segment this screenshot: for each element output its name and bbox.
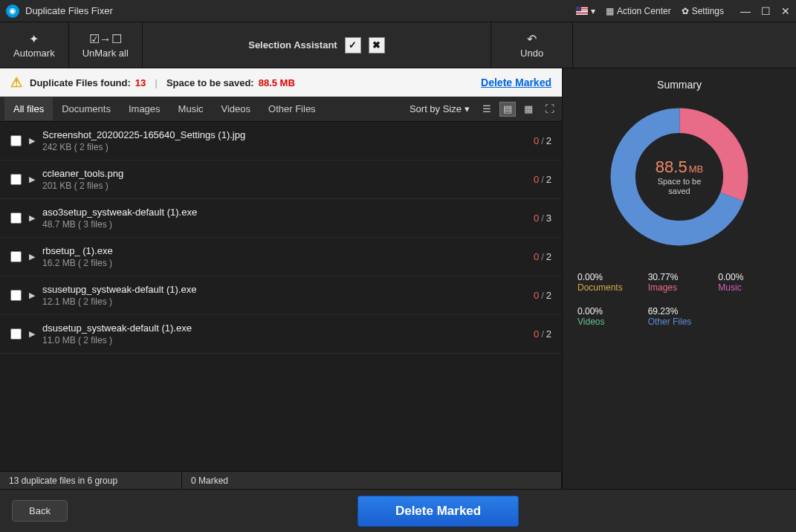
file-count: 0/2 (534, 174, 551, 185)
donut-value: 88.5MB (656, 158, 703, 177)
unmark-all-label: UnMark all (82, 48, 129, 59)
tab-all-files[interactable]: All files (4, 97, 53, 120)
file-info: ccleaner_tools.png201 KB ( 2 files ) (42, 168, 534, 191)
check-square-icon: ✓ (345, 37, 361, 53)
legend-cat: Other Files (648, 317, 711, 327)
sort-label: Sort by Size (410, 103, 462, 114)
tab-music[interactable]: Music (169, 97, 213, 120)
view-grid-icon[interactable]: ▦ (520, 102, 537, 117)
titlebar: ◉ Duplicate Files Fixer ▾ ▦Action Center… (0, 0, 796, 22)
action-center-button[interactable]: ▦Action Center (606, 6, 671, 16)
automark-label: Automark (13, 48, 55, 59)
automark-button[interactable]: ✦ Automark (0, 22, 69, 68)
file-info: aso3setup_systweak-default (1).exe48.7 M… (42, 207, 534, 230)
unmark-icon: ☑→☐ (89, 32, 122, 46)
expand-caret-icon[interactable]: ▶ (29, 136, 35, 146)
chevron-down-icon: ▾ (465, 103, 470, 114)
warning-icon: ⚠ (10, 74, 22, 91)
file-info: Screenshot_20200225-165640_Settings (1).… (42, 129, 534, 152)
maximize-button[interactable]: ☐ (761, 5, 771, 17)
bottom-bar: Back Delete Marked (0, 489, 796, 532)
expand-caret-icon[interactable]: ▶ (29, 213, 35, 223)
view-list-icon[interactable]: ☰ (479, 102, 495, 117)
file-row: ▶Screenshot_20200225-165640_Settings (1)… (0, 122, 562, 160)
sort-dropdown[interactable]: Sort by Size ▾ (410, 103, 470, 114)
expand-caret-icon[interactable]: ▶ (29, 175, 35, 184)
summary-donut-chart: 88.5MB Space to besaved (577, 103, 781, 251)
left-panel: ⚠ Duplicate Files found: 13 | Space to b… (0, 68, 563, 489)
selection-assistant-button[interactable]: Selection Assistant ✓ ✖ (143, 22, 491, 68)
app-icon: ◉ (6, 4, 19, 18)
file-name: dsusetup_systweak-default (1).exe (42, 322, 534, 334)
titlebar-right: ▾ ▦Action Center ✿Settings — ☐ ✕ (576, 5, 790, 17)
tools-square-icon: ✖ (369, 37, 385, 53)
expand-caret-icon[interactable]: ▶ (29, 329, 35, 339)
flag-us-icon (576, 7, 588, 15)
back-button[interactable]: Back (12, 500, 68, 522)
undo-button[interactable]: ↶ Undo (491, 22, 573, 68)
status-groups: 13 duplicate files in 6 group (0, 472, 182, 489)
legend-item: 0.00%Videos (577, 306, 641, 327)
space-saved-value: 88.5 MB (259, 77, 295, 88)
tab-documents[interactable]: Documents (53, 97, 120, 120)
status-marked: 0 Marked (182, 472, 562, 489)
delete-marked-link[interactable]: Delete Marked (481, 77, 551, 88)
legend-pct: 0.00% (577, 306, 641, 317)
settings-button[interactable]: ✿Settings (682, 6, 724, 16)
file-row: ▶rbsetup_ (1).exe16.2 MB ( 2 files )0/2 (0, 238, 562, 276)
file-checkbox[interactable] (10, 174, 22, 185)
grid-icon: ▦ (606, 6, 614, 16)
file-meta: 242 KB ( 2 files ) (42, 142, 534, 152)
undo-icon: ↶ (527, 32, 537, 46)
tab-images[interactable]: Images (120, 97, 169, 120)
file-checkbox[interactable] (10, 328, 22, 340)
view-fullscreen-icon[interactable]: ⛶ (541, 102, 557, 117)
tab-bar: All files Documents Images Music Videos … (0, 97, 562, 122)
dup-found-label: Duplicate Files found: (30, 77, 131, 88)
file-meta: 12.1 MB ( 2 files ) (42, 296, 534, 307)
close-button[interactable]: ✕ (781, 5, 790, 17)
file-meta: 16.2 MB ( 2 files ) (42, 258, 534, 268)
info-bar: ⚠ Duplicate Files found: 13 | Space to b… (0, 68, 562, 97)
view-controls: ☰ ▤ ▦ ⛶ (479, 102, 557, 117)
unmark-all-button[interactable]: ☑→☐ UnMark all (69, 22, 143, 68)
legend-pct: 69.23% (648, 306, 711, 317)
delete-marked-button[interactable]: Delete Marked (357, 496, 519, 527)
file-count: 0/2 (534, 328, 551, 340)
expand-caret-icon[interactable]: ▶ (29, 291, 35, 300)
file-list: ▶Screenshot_20200225-165640_Settings (1)… (0, 122, 562, 471)
space-saved-label: Space to be saved: (166, 77, 254, 88)
undo-label: Undo (520, 48, 543, 59)
file-name: aso3setup_systweak-default (1).exe (42, 207, 534, 218)
file-row: ▶dsusetup_systweak-default (1).exe11.0 M… (0, 315, 562, 354)
file-info: rbsetup_ (1).exe16.2 MB ( 2 files ) (42, 245, 534, 268)
legend-cat: Images (648, 282, 711, 293)
legend-item: 30.77%Images (648, 272, 711, 293)
action-center-label: Action Center (617, 6, 671, 16)
expand-caret-icon[interactable]: ▶ (29, 252, 35, 262)
file-info: ssusetupg_systweak-default (1).exe12.1 M… (42, 284, 534, 307)
file-checkbox[interactable] (10, 251, 22, 262)
tab-videos[interactable]: Videos (213, 97, 260, 120)
toolbar-spacer (573, 22, 796, 68)
language-selector[interactable]: ▾ (576, 6, 595, 16)
file-name: rbsetup_ (1).exe (42, 245, 534, 256)
minimize-button[interactable]: — (740, 5, 751, 17)
selection-assistant-label: Selection Assistant (248, 39, 337, 51)
file-checkbox[interactable] (10, 213, 22, 224)
file-checkbox[interactable] (10, 290, 22, 301)
file-meta: 11.0 MB ( 2 files ) (42, 335, 534, 346)
settings-label: Settings (692, 6, 724, 16)
summary-legend: 0.00%Documents30.77%Images0.00%Music0.00… (577, 272, 781, 327)
tab-other[interactable]: Other Files (259, 97, 325, 120)
legend-item: 0.00%Documents (577, 272, 641, 293)
file-name: ssusetupg_systweak-default (1).exe (42, 284, 534, 295)
view-detail-icon[interactable]: ▤ (499, 102, 516, 117)
legend-cat: Documents (577, 282, 641, 293)
legend-cat: Videos (577, 317, 641, 327)
file-meta: 48.7 MB ( 3 files ) (42, 219, 534, 230)
file-name: Screenshot_20200225-165640_Settings (1).… (42, 129, 534, 140)
gear-icon: ✿ (682, 6, 689, 16)
infobar-divider: | (155, 77, 158, 88)
file-checkbox[interactable] (10, 135, 22, 146)
